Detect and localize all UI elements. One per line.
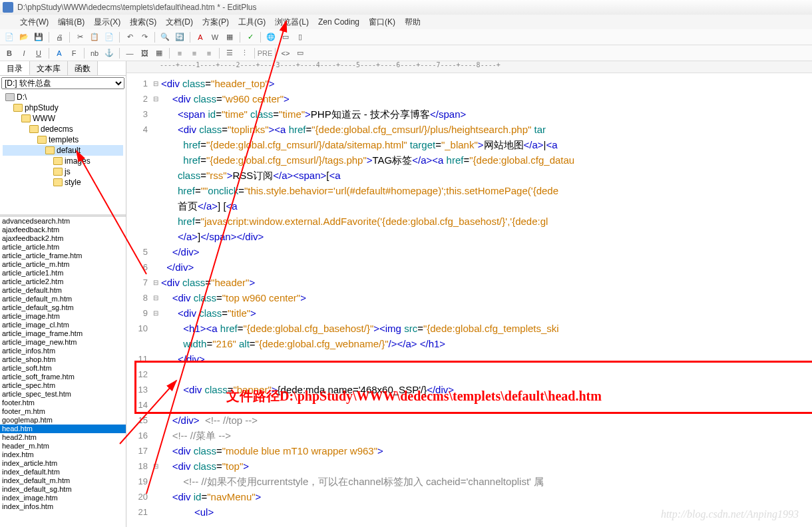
code-line[interactable]: href="{dede:global.cfg_cmsurl/}/data/sit…	[126, 137, 812, 152]
code-line[interactable]: class="rss">RSS订阅</a><span>[<a	[126, 168, 812, 183]
tag-icon[interactable]: <>	[279, 47, 292, 60]
tree-item[interactable]: dedecms	[3, 124, 123, 134]
code-line[interactable]: 11 </div>	[126, 351, 812, 367]
file-item[interactable]: article_default_sg.htm	[0, 303, 126, 312]
italic-icon[interactable]: I	[17, 47, 31, 60]
file-item[interactable]: article_article1.htm	[0, 269, 126, 277]
code-line[interactable]: 13 <div class="banner">{dede:mda name='4…	[126, 382, 812, 397]
drive-combo[interactable]: [D:] 软件总盘	[1, 77, 124, 89]
menu-item[interactable]: 浏览器(L)	[275, 17, 309, 28]
file-item[interactable]: article_soft_frame.htm	[0, 373, 126, 381]
hr-icon[interactable]: —	[123, 47, 136, 60]
highlight-a-icon[interactable]: A	[194, 31, 207, 44]
search-icon[interactable]: 🔍	[158, 31, 172, 44]
code-line[interactable]: 18⊟ <div class="top">	[126, 458, 812, 474]
nbsp-icon[interactable]: nb	[88, 47, 101, 60]
new-icon[interactable]: 📄	[3, 31, 16, 44]
menu-item[interactable]: 工具(G)	[238, 17, 266, 28]
check-icon[interactable]: ✓	[244, 31, 257, 44]
file-item[interactable]: article_image_frame.htm	[0, 329, 126, 338]
file-item[interactable]: ajaxfeedback2.htm	[0, 234, 126, 243]
file-item[interactable]: article_article.htm	[0, 243, 126, 252]
list-icon[interactable]: ☰	[223, 47, 236, 60]
file-item[interactable]: index_article.htm	[0, 459, 126, 468]
file-item[interactable]: article_shop.htm	[0, 355, 126, 364]
save-icon[interactable]: 💾	[32, 31, 45, 44]
div-icon[interactable]: ▭	[294, 47, 307, 60]
tree-item[interactable]: templets	[3, 134, 123, 145]
sidebar-tab[interactable]: 目录	[0, 61, 30, 75]
code-line[interactable]: 7⊟<div class="header">	[126, 275, 812, 290]
tree-item[interactable]: images	[3, 156, 123, 166]
code-line[interactable]: 14	[126, 397, 812, 413]
code-line[interactable]: 6 </div>	[126, 260, 812, 275]
tree-item[interactable]: js	[3, 166, 123, 177]
code-line[interactable]: 9⊟ <div class="title">	[126, 305, 812, 321]
menu-item[interactable]: 帮助	[405, 17, 421, 28]
tree-item[interactable]: default	[3, 145, 123, 156]
file-item[interactable]: article_image_new.htm	[0, 338, 126, 347]
panel2-icon[interactable]: ▯	[294, 31, 307, 44]
code-editor[interactable]: ----+----1----+----2----+----3----+----4…	[126, 61, 812, 527]
file-item[interactable]: googlemap.htm	[0, 416, 126, 425]
file-item[interactable]: footer_m.htm	[0, 407, 126, 416]
tree-item[interactable]: D:\	[3, 92, 123, 102]
file-item[interactable]: index.htm	[0, 450, 126, 459]
redo-icon[interactable]: ↷	[138, 31, 151, 44]
code-line[interactable]: 4 <div class="toplinks"><a href="{dede:g…	[126, 122, 812, 137]
file-item[interactable]: header_m.htm	[0, 442, 126, 450]
file-item[interactable]: article_spec_test.htm	[0, 390, 126, 399]
file-item[interactable]: article_default_m.htm	[0, 295, 126, 303]
code-line[interactable]: 8⊟ <div class="top w960 center">	[126, 290, 812, 305]
panel-icon[interactable]: ▭	[279, 31, 292, 44]
left-icon[interactable]: ≡	[173, 47, 186, 60]
cut-icon[interactable]: ✂	[73, 31, 87, 44]
toolbar-2[interactable]: B I U A F nb ⚓ — 🖼 ▦ ≡ ≡ ≡ ☰ ⋮ PRE <> ▭	[0, 45, 812, 61]
file-item[interactable]: footer.htm	[0, 399, 126, 407]
undo-icon[interactable]: ↶	[123, 31, 136, 44]
font-icon[interactable]: F	[67, 47, 81, 60]
code-line[interactable]: href="javascript:window.external.AddFavo…	[126, 214, 812, 229]
code-line[interactable]: 20 <div id="navMenu">	[126, 489, 812, 504]
column-icon[interactable]: ▦	[223, 31, 236, 44]
copy-icon[interactable]: 📋	[88, 31, 101, 44]
file-item[interactable]: article_infos.htm	[0, 347, 126, 355]
file-item[interactable]: article_article_m.htm	[0, 260, 126, 269]
file-item[interactable]: index_image.htm	[0, 494, 126, 502]
menu-item[interactable]: 搜索(S)	[130, 17, 156, 28]
replace-icon[interactable]: 🔄	[173, 31, 186, 44]
tree-item[interactable]: phpStudy	[3, 102, 123, 113]
code-line[interactable]: 3 <span id="time" class="time">PHP知道云 - …	[126, 106, 812, 122]
toolbar-1[interactable]: 📄 📂 💾 🖨 ✂ 📋 📄 ↶ ↷ 🔍 🔄 A W ▦ ✓ 🌐 ▭ ▯	[0, 29, 812, 45]
file-item[interactable]: index_infos.htm	[0, 502, 126, 511]
code-line[interactable]: </a>]</span></div>	[126, 229, 812, 244]
menu-item[interactable]: Zen Coding	[318, 17, 359, 27]
code-line[interactable]: 1⊟<div class="header_top">	[126, 76, 812, 91]
font-color-icon[interactable]: A	[53, 47, 66, 60]
menu-item[interactable]: 窗口(K)	[369, 17, 395, 28]
anchor-icon[interactable]: ⚓	[102, 47, 116, 60]
menu-item[interactable]: 显示(X)	[94, 17, 120, 28]
browser-icon[interactable]: 🌐	[264, 31, 278, 44]
wrap-icon[interactable]: W	[208, 31, 222, 44]
sidebar-tabs[interactable]: 目录文本库函数	[0, 61, 126, 76]
tree-item[interactable]: style	[3, 177, 123, 188]
code-line[interactable]: 15 </div> <!-- //top -->	[126, 413, 812, 428]
file-item[interactable]: article_article_frame.htm	[0, 252, 126, 260]
print-icon[interactable]: 🖨	[53, 31, 66, 44]
center-icon[interactable]: ≡	[188, 47, 201, 60]
olist-icon[interactable]: ⋮	[238, 47, 251, 60]
image-icon[interactable]: 🖼	[138, 47, 151, 60]
code-area[interactable]: 1⊟<div class="header_top">2⊟ <div class=…	[126, 73, 812, 522]
code-line[interactable]: 12	[126, 367, 812, 382]
file-item[interactable]: advancedsearch.htm	[0, 217, 126, 226]
file-item[interactable]: article_soft.htm	[0, 364, 126, 373]
file-item[interactable]: index_default_sg.htm	[0, 485, 126, 494]
right-icon[interactable]: ≡	[202, 47, 216, 60]
file-item[interactable]: ajaxfeedback.htm	[0, 226, 126, 234]
file-item[interactable]: index_default.htm	[0, 468, 126, 476]
menu-item[interactable]: 文件(W)	[20, 17, 49, 28]
code-line[interactable]: 10 <h1><a href="{dede:global.cfg_basehos…	[126, 321, 812, 336]
file-item[interactable]: article_image_cl.htm	[0, 321, 126, 329]
code-line[interactable]: href=""onclick="this.style.behavior='url…	[126, 183, 812, 198]
